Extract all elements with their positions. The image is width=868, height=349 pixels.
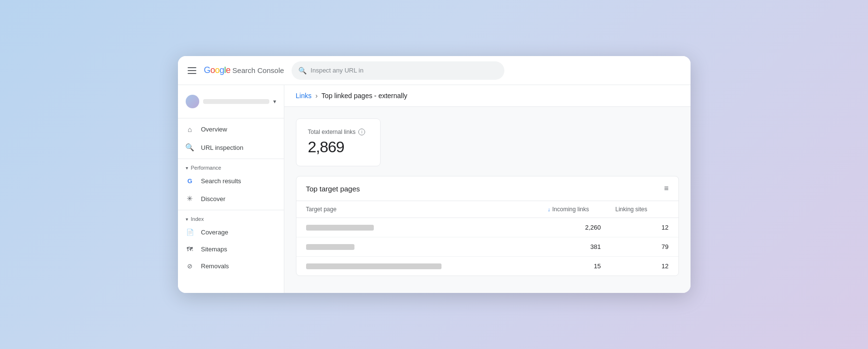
linking-sites-1: 12 xyxy=(616,224,669,231)
index-section-label: ▾ Index xyxy=(178,212,284,224)
discover-icon: ✳ xyxy=(186,194,194,203)
breadcrumb-current: Top linked pages - externally xyxy=(322,92,407,100)
sidebar-item-label: Removals xyxy=(201,262,229,270)
logo-area: Google Search Console xyxy=(204,65,284,75)
info-icon[interactable]: i xyxy=(358,129,365,135)
sidebar-divider-3 xyxy=(178,210,284,210)
url-cell-1 xyxy=(306,225,374,231)
search-icon: 🔍 xyxy=(186,143,194,152)
chevron-down-icon: ▾ xyxy=(273,98,276,105)
sidebar-item-discover[interactable]: ✳ Discover xyxy=(178,189,280,208)
metric-card: Total external links i 2,869 xyxy=(296,118,381,166)
search-input[interactable]: Inspect any URL in xyxy=(310,67,363,74)
sidebar-item-label: Search results xyxy=(201,177,241,185)
content-area: Total external links i 2,869 Top target … xyxy=(284,107,691,288)
menu-button[interactable] xyxy=(188,67,196,74)
google-logo: Google xyxy=(204,65,231,75)
col-target-page: Target page xyxy=(306,206,548,213)
breadcrumb-parent[interactable]: Links xyxy=(296,92,312,100)
sitemaps-icon: 🗺 xyxy=(186,246,194,253)
metric-value: 2,869 xyxy=(308,138,368,156)
filter-icon[interactable]: ≡ xyxy=(664,184,668,193)
incoming-links-3: 15 xyxy=(548,262,616,270)
table-header-row: Top target pages ≡ xyxy=(296,176,678,201)
coverage-icon: 📄 xyxy=(186,229,194,236)
property-selector[interactable]: ▾ xyxy=(178,91,284,116)
sidebar: ▾ ⌂ Overview 🔍 URL inspection ▾ Performa… xyxy=(178,85,284,293)
property-name xyxy=(203,99,269,104)
home-icon: ⌂ xyxy=(186,125,194,133)
body: ▾ ⌂ Overview 🔍 URL inspection ▾ Performa… xyxy=(178,85,691,293)
sidebar-item-search-results[interactable]: G Search results xyxy=(178,173,280,189)
incoming-links-2: 381 xyxy=(548,243,616,250)
col-incoming-links: ↓ Incoming links xyxy=(548,206,616,213)
linking-sites-2: 79 xyxy=(616,243,669,250)
table-row: 2,260 12 xyxy=(296,218,678,237)
sidebar-item-coverage[interactable]: 📄 Coverage xyxy=(178,224,280,241)
section-title: Index xyxy=(191,216,204,222)
incoming-links-1: 2,260 xyxy=(548,224,616,231)
sidebar-item-label: Discover xyxy=(201,195,226,203)
section-title: Performance xyxy=(191,165,221,171)
linking-sites-3: 12 xyxy=(616,262,669,270)
metric-label: Total external links xyxy=(308,129,356,135)
sidebar-divider xyxy=(178,118,284,118)
removals-icon: ⊘ xyxy=(186,262,194,270)
col-linking-sites: Linking sites xyxy=(616,206,669,213)
url-cell-3 xyxy=(306,263,441,269)
table-row: 15 12 xyxy=(296,257,678,276)
metric-label-row: Total external links i xyxy=(308,129,368,135)
table-row: 381 79 xyxy=(296,237,678,257)
sidebar-divider-2 xyxy=(178,159,284,159)
url-cell-2 xyxy=(306,244,354,250)
sort-down-icon: ↓ xyxy=(548,206,551,212)
property-avatar xyxy=(186,95,199,108)
header: Google Search Console 🔍 Inspect any URL … xyxy=(178,56,691,85)
sidebar-item-label: Coverage xyxy=(201,229,228,236)
sidebar-item-sitemaps[interactable]: 🗺 Sitemaps xyxy=(178,241,280,258)
collapse-icon-2: ▾ xyxy=(186,217,188,222)
collapse-icon: ▾ xyxy=(186,165,188,171)
main-content: Links › Top linked pages - externally To… xyxy=(284,85,691,293)
app-window: Google Search Console 🔍 Inspect any URL … xyxy=(178,56,691,293)
sidebar-item-label: Sitemaps xyxy=(201,246,227,253)
sidebar-item-label: URL inspection xyxy=(201,144,244,151)
table-column-headers: Target page ↓ Incoming links Linking sit… xyxy=(296,201,678,218)
sidebar-item-removals[interactable]: ⊘ Removals xyxy=(178,258,280,275)
performance-section-label: ▾ Performance xyxy=(178,161,284,173)
sidebar-item-url-inspection[interactable]: 🔍 URL inspection xyxy=(178,138,280,157)
url-search-bar[interactable]: 🔍 Inspect any URL in xyxy=(292,61,504,80)
search-icon: 🔍 xyxy=(298,67,307,74)
google-g-icon: G xyxy=(186,177,194,185)
breadcrumb: Links › Top linked pages - externally xyxy=(284,85,691,107)
table-card: Top target pages ≡ Target page ↓ Incomin… xyxy=(296,176,679,276)
breadcrumb-separator: › xyxy=(315,92,318,100)
sidebar-item-label: Overview xyxy=(201,126,227,133)
app-title: Search Console xyxy=(233,66,284,74)
sidebar-item-overview[interactable]: ⌂ Overview xyxy=(178,120,280,138)
table-title: Top target pages xyxy=(306,185,360,193)
